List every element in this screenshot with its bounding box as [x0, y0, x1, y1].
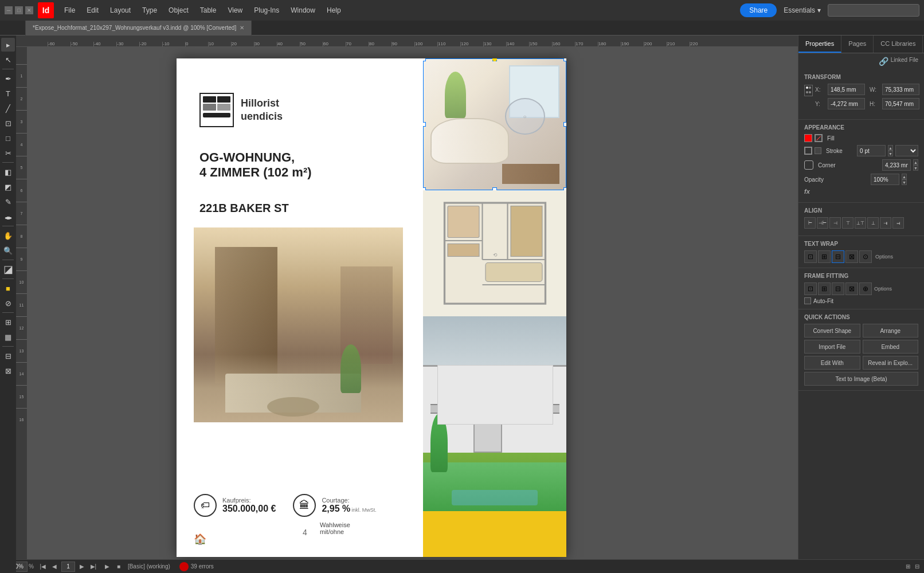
menu-edit[interactable]: Edit: [81, 4, 104, 17]
close-button[interactable]: ✕: [25, 6, 33, 14]
maximize-button[interactable]: □: [15, 6, 23, 14]
y-input[interactable]: [828, 98, 865, 109]
convert-shape-button[interactable]: Convert Shape: [804, 324, 860, 337]
first-page-button[interactable]: |◀: [38, 562, 48, 571]
tw-none-btn[interactable]: ⊡: [804, 250, 817, 263]
autofit-checkbox[interactable]: [804, 297, 811, 304]
h-input[interactable]: [882, 98, 919, 109]
direct-selection-tool[interactable]: ↖: [1, 53, 15, 66]
tab-pages[interactable]: Pages: [841, 36, 874, 53]
menu-plugins[interactable]: Plug-Ins: [248, 4, 285, 17]
canvas-area[interactable]: Hillorist uendicis OG-WOHNUNG, 4 ZIMMER …: [16, 36, 798, 559]
search-input[interactable]: [828, 4, 919, 17]
fx-icon[interactable]: fx: [804, 188, 810, 195]
stroke-fill-swatch[interactable]: [815, 147, 821, 154]
corner-up-arrow[interactable]: ▲: [913, 159, 918, 165]
stroke-width-input[interactable]: [857, 145, 886, 156]
share-button[interactable]: Share: [740, 3, 777, 17]
preflight-icon[interactable]: ⊞: [906, 563, 910, 570]
text-to-image-button[interactable]: Text to Image (Beta): [804, 372, 918, 386]
minimize-button[interactable]: ─: [5, 6, 13, 14]
stroke-up-arrow[interactable]: ▲: [888, 145, 893, 151]
x-input[interactable]: [828, 84, 865, 95]
eyedropper-tool[interactable]: 🕳: [1, 210, 15, 223]
essentials-dropdown[interactable]: Essentials ▾: [784, 6, 821, 14]
next-page-button[interactable]: ▶: [77, 562, 87, 571]
distribute-v-btn[interactable]: ⫤: [892, 217, 904, 229]
reveal-in-explorer-button[interactable]: Reveal in Explo...: [863, 356, 919, 370]
align-top-btn[interactable]: ⊤: [842, 217, 853, 229]
tw-bounding-box-btn[interactable]: ⊞: [818, 250, 831, 263]
tab-properties[interactable]: Properties: [798, 36, 841, 53]
view-mode-normal[interactable]: ⊞: [1, 315, 15, 329]
stroke-type-select[interactable]: [895, 145, 918, 156]
fill-frame-proportionally-btn[interactable]: ⊞: [818, 282, 831, 295]
center-content-btn[interactable]: ⊕: [859, 282, 872, 295]
fit-content-proportionally-btn[interactable]: ⊟: [832, 282, 844, 295]
distribute-h-btn[interactable]: ⫣: [880, 217, 891, 229]
prev-page-button[interactable]: ◀: [50, 562, 59, 571]
menu-file[interactable]: File: [58, 4, 81, 17]
align-center-h-btn[interactable]: ⊣⊢: [817, 217, 828, 229]
embed-button[interactable]: Embed: [863, 340, 919, 354]
scissors-tool[interactable]: ✂: [1, 146, 15, 160]
frame-edges-toggle[interactable]: ⊠: [1, 364, 15, 378]
hand-tool[interactable]: ✋: [1, 229, 15, 242]
import-file-button[interactable]: Import File: [804, 340, 860, 354]
tab-cc-libraries[interactable]: CC Libraries: [874, 36, 923, 53]
menu-object[interactable]: Object: [163, 4, 194, 17]
layer-options[interactable]: ⊟: [1, 349, 15, 363]
line-tool[interactable]: ╱: [1, 101, 15, 115]
menu-table[interactable]: Table: [194, 4, 222, 17]
stroke-down-arrow[interactable]: ▼: [888, 151, 893, 156]
tw-jump-btn[interactable]: ⊠: [845, 250, 858, 263]
opacity-down-arrow[interactable]: ▼: [902, 179, 907, 185]
menu-layout[interactable]: Layout: [104, 4, 136, 17]
menu-view[interactable]: View: [222, 4, 248, 17]
opacity-spinners[interactable]: ▲ ▼: [902, 174, 907, 185]
view-mode-preview[interactable]: ▦: [1, 330, 15, 344]
align-center-v-btn[interactable]: ⊥⊤: [855, 217, 866, 229]
type-tool[interactable]: T: [1, 87, 15, 100]
arrange-button[interactable]: Arrange: [863, 324, 919, 337]
fit-frame-to-content-btn[interactable]: ⊠: [845, 282, 858, 295]
corner-value-input[interactable]: [882, 159, 911, 171]
gradient-tool[interactable]: ◧: [1, 165, 15, 179]
align-right-btn[interactable]: ⊣: [829, 217, 841, 229]
align-left-btn[interactable]: ⊢: [804, 217, 816, 229]
document-tab[interactable]: *Expose_Hochformat_210x297_Wohnungsverka…: [25, 21, 252, 36]
zoom-tool[interactable]: 🔍: [1, 244, 15, 257]
page-number-input[interactable]: [61, 562, 75, 572]
menu-type[interactable]: Type: [136, 4, 163, 17]
view-toggle-icon[interactable]: ⊟: [915, 563, 919, 570]
fill-stroke-indicator[interactable]: ◪: [1, 262, 15, 276]
menu-window[interactable]: Window: [285, 4, 321, 17]
rectangle-frame-tool[interactable]: ⊡: [1, 116, 15, 130]
transform-anchor-icon[interactable]: [804, 85, 813, 96]
note-tool[interactable]: ✎: [1, 195, 15, 209]
selection-tool[interactable]: ▸: [1, 38, 15, 52]
pen-tool[interactable]: ✒: [1, 72, 15, 85]
fill-color-swatch[interactable]: [804, 134, 812, 142]
apply-none-btn[interactable]: ⊘: [1, 296, 15, 310]
menu-help[interactable]: Help: [321, 4, 347, 17]
w-input[interactable]: [882, 84, 919, 95]
play-button[interactable]: ▶: [103, 562, 112, 571]
stroke-spinners[interactable]: ▲ ▼: [888, 145, 893, 156]
stroke-swatch[interactable]: [804, 147, 812, 155]
stop-button[interactable]: ■: [114, 562, 123, 571]
gradient-feather-tool[interactable]: ◩: [1, 180, 15, 194]
opacity-up-arrow[interactable]: ▲: [902, 174, 907, 179]
doc-tab-close-icon[interactable]: ✕: [240, 25, 244, 31]
last-page-button[interactable]: ▶|: [89, 562, 98, 571]
opacity-input[interactable]: [871, 174, 899, 185]
fit-content-to-frame-btn[interactable]: ⊡: [804, 282, 817, 295]
rectangle-tool[interactable]: □: [1, 131, 15, 145]
apply-color-btn[interactable]: ■: [1, 281, 15, 295]
edit-with-button[interactable]: Edit With: [804, 356, 860, 370]
stroke-color-swatch[interactable]: [815, 134, 823, 142]
tw-object-shape-btn[interactable]: ⊟: [832, 250, 844, 263]
corner-down-arrow[interactable]: ▼: [913, 165, 918, 171]
align-bottom-btn[interactable]: ⊥: [867, 217, 879, 229]
corner-spinners[interactable]: ▲ ▼: [913, 159, 918, 171]
